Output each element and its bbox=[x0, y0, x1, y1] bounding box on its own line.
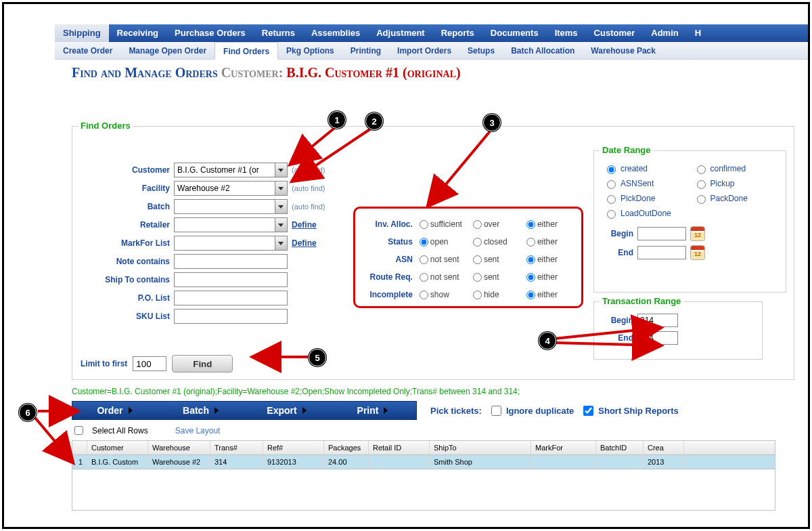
facility-dropdown[interactable] bbox=[275, 181, 288, 196]
filter-route-sent-radio[interactable] bbox=[473, 273, 482, 282]
sku-input[interactable] bbox=[174, 309, 288, 324]
col-shipto[interactable]: ShipTo bbox=[430, 441, 531, 454]
filter-incomp-hide[interactable]: hide bbox=[473, 290, 522, 299]
topnav-tab-h[interactable]: H bbox=[687, 24, 709, 42]
filter-status-either-radio[interactable] bbox=[526, 238, 535, 247]
daterange-asnsent[interactable]: ASNSent bbox=[604, 178, 687, 189]
filter-asn-either[interactable]: either bbox=[526, 255, 576, 264]
facility-autofind[interactable]: (auto find) bbox=[292, 184, 325, 192]
daterange-pickup[interactable]: Pickup bbox=[694, 178, 777, 189]
subnav-tab-find-orders[interactable]: Find Orders bbox=[215, 42, 278, 60]
markfor-define[interactable]: Define bbox=[292, 238, 317, 248]
col-markfor[interactable]: MarkFor bbox=[531, 441, 596, 454]
subnav-tab-printing[interactable]: Printing bbox=[342, 42, 389, 59]
col-warehouse[interactable]: Warehouse bbox=[148, 441, 210, 454]
action-batch[interactable]: Batch bbox=[158, 405, 244, 416]
daterange-end-input[interactable] bbox=[637, 246, 686, 259]
topnav-tab-reports[interactable]: Reports bbox=[433, 24, 482, 42]
topnav-tab-assemblies[interactable]: Assemblies bbox=[303, 24, 368, 42]
topnav-tab-receiving[interactable]: Receiving bbox=[109, 24, 166, 42]
retailer-input[interactable] bbox=[174, 217, 275, 232]
filter-invalloc-sufficient-radio[interactable] bbox=[420, 220, 428, 229]
retailer-define[interactable]: Define bbox=[292, 220, 317, 230]
subnav-tab-create-order[interactable]: Create Order bbox=[55, 42, 120, 59]
find-button[interactable]: Find bbox=[172, 355, 233, 373]
shipto-input[interactable] bbox=[174, 272, 288, 287]
daterange-confirmed[interactable]: confirmed bbox=[694, 163, 777, 174]
daterange-loadoutdone[interactable]: LoadOutDone bbox=[604, 208, 687, 219]
daterange-packdone[interactable]: PackDone bbox=[694, 193, 777, 204]
retailer-dropdown[interactable] bbox=[275, 217, 288, 232]
facility-input[interactable] bbox=[174, 181, 275, 196]
customer-dropdown[interactable] bbox=[275, 163, 288, 177]
po-input[interactable] bbox=[174, 291, 288, 305]
customer-autofind[interactable]: (auto find) bbox=[292, 166, 325, 174]
markfor-input[interactable] bbox=[174, 236, 275, 251]
topnav-tab-documents[interactable]: Documents bbox=[482, 24, 547, 42]
ignore-duplicate-checkbox[interactable] bbox=[491, 406, 501, 416]
short-ship-checkbox[interactable] bbox=[583, 406, 593, 416]
daterange-confirmed-radio[interactable] bbox=[697, 165, 706, 174]
trans-end-input[interactable] bbox=[637, 331, 678, 345]
customer-input[interactable] bbox=[174, 163, 275, 177]
topnav-tab-admin[interactable]: Admin bbox=[643, 24, 686, 42]
topnav-tab-customer[interactable]: Customer bbox=[586, 24, 644, 42]
daterange-pickdone-radio[interactable] bbox=[607, 195, 616, 204]
filter-route-not-sent[interactable]: not sent bbox=[420, 272, 469, 282]
filter-invalloc-either[interactable]: either bbox=[526, 219, 576, 229]
select-all-checkbox[interactable] bbox=[74, 426, 83, 435]
daterange-created[interactable]: created bbox=[604, 163, 687, 174]
filter-incomp-either-radio[interactable] bbox=[526, 291, 535, 299]
col-batchid[interactable]: BatchID bbox=[596, 441, 644, 454]
filter-status-either[interactable]: either bbox=[526, 237, 576, 247]
table-row[interactable]: 1 B.I.G. Custom Warehouse #2 314 9132013… bbox=[72, 455, 775, 469]
batch-autofind[interactable]: (auto find) bbox=[292, 203, 325, 211]
note-input[interactable] bbox=[174, 254, 288, 269]
filter-status-closed[interactable]: closed bbox=[473, 237, 522, 247]
col-trans[interactable]: Trans# bbox=[210, 441, 263, 454]
filter-status-open[interactable]: open bbox=[420, 237, 469, 247]
calendar-icon[interactable] bbox=[690, 245, 705, 260]
action-print[interactable]: Print bbox=[330, 405, 416, 416]
filter-incomp-show-radio[interactable] bbox=[420, 291, 428, 299]
filter-incomp-hide-radio[interactable] bbox=[473, 291, 482, 299]
filter-asn-not-sent-radio[interactable] bbox=[420, 255, 428, 264]
subnav-tab-manage-open-order[interactable]: Manage Open Order bbox=[120, 42, 215, 59]
calendar-icon[interactable] bbox=[690, 226, 705, 241]
filter-route-not-sent-radio[interactable] bbox=[420, 273, 428, 282]
filter-asn-not-sent[interactable]: not sent bbox=[420, 255, 469, 264]
topnav-tab-returns[interactable]: Returns bbox=[254, 24, 303, 42]
col-packages[interactable]: Packages bbox=[324, 441, 369, 454]
filter-route-sent[interactable]: sent bbox=[473, 272, 522, 282]
filter-incomp-show[interactable]: show bbox=[420, 290, 469, 299]
daterange-asnsent-radio[interactable] bbox=[607, 180, 616, 189]
daterange-pickdone[interactable]: PickDone bbox=[604, 193, 687, 204]
filter-asn-sent-radio[interactable] bbox=[473, 255, 482, 264]
col-ref[interactable]: Ref# bbox=[263, 441, 324, 454]
filter-route-either-radio[interactable] bbox=[526, 273, 535, 282]
topnav-tab-adjustment[interactable]: Adjustment bbox=[368, 24, 433, 42]
filter-invalloc-either-radio[interactable] bbox=[526, 220, 535, 229]
filter-status-closed-radio[interactable] bbox=[473, 238, 482, 247]
filter-invalloc-sufficient[interactable]: sufficient bbox=[420, 219, 469, 229]
subnav-tab-batch-allocation[interactable]: Batch Allocation bbox=[503, 42, 583, 59]
daterange-packdone-radio[interactable] bbox=[697, 195, 706, 204]
subnav-tab-warehouse-pack[interactable]: Warehouse Pack bbox=[583, 42, 664, 59]
subnav-tab-import-orders[interactable]: Import Orders bbox=[389, 42, 459, 59]
daterange-loadoutdone-radio[interactable] bbox=[607, 210, 616, 219]
col-index[interactable] bbox=[72, 441, 87, 454]
col-retail[interactable]: Retail ID bbox=[369, 441, 430, 454]
subnav-tab-setups[interactable]: Setups bbox=[459, 42, 503, 59]
markfor-dropdown[interactable] bbox=[275, 236, 288, 251]
filter-asn-sent[interactable]: sent bbox=[473, 255, 522, 264]
col-created[interactable]: Crea bbox=[644, 441, 684, 454]
batch-dropdown[interactable] bbox=[275, 199, 288, 214]
filter-asn-either-radio[interactable] bbox=[526, 255, 535, 264]
col-customer[interactable]: Customer bbox=[87, 441, 148, 454]
save-layout-link[interactable]: Save Layout bbox=[175, 426, 221, 436]
limit-input[interactable] bbox=[133, 356, 166, 371]
filter-status-open-radio[interactable] bbox=[420, 238, 428, 247]
daterange-created-radio[interactable] bbox=[607, 165, 616, 174]
daterange-pickup-radio[interactable] bbox=[697, 180, 706, 189]
topnav-tab-items[interactable]: Items bbox=[547, 24, 586, 42]
